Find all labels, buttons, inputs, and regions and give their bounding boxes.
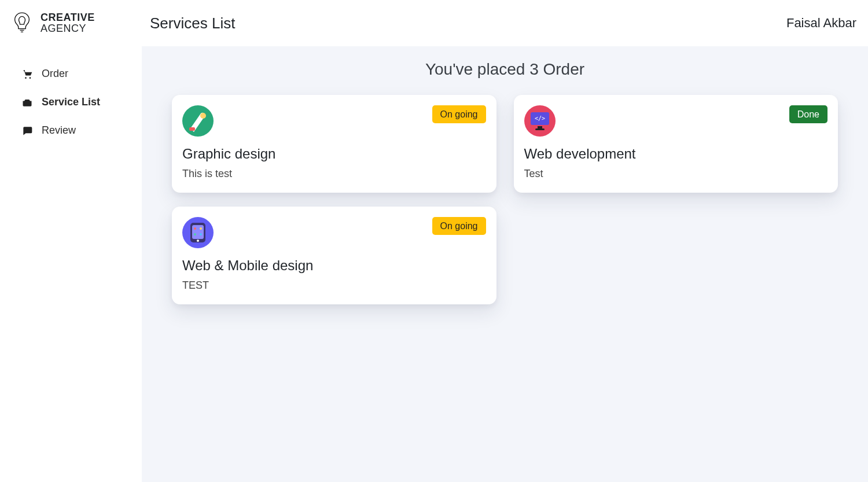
svg-rect-12 <box>192 225 204 239</box>
order-title: Web development <box>524 146 828 162</box>
svg-point-16 <box>194 233 196 236</box>
svg-rect-7 <box>538 126 542 128</box>
content: You've placed 3 Order <box>142 46 868 482</box>
user-name[interactable]: Faisal Akbar <box>786 16 856 31</box>
cart-icon <box>21 68 34 80</box>
order-title: Graphic design <box>182 146 486 162</box>
svg-point-17 <box>200 233 202 236</box>
status-badge: On going <box>432 217 486 235</box>
brand-logo[interactable]: CREATIVE AGENCY <box>9 10 133 36</box>
page-title: Services List <box>150 14 235 32</box>
order-summary: You've placed 3 Order <box>172 60 838 79</box>
chat-icon <box>21 125 34 137</box>
brand-icon <box>9 10 35 36</box>
sidebar-item-service-list[interactable]: Service List <box>21 96 133 108</box>
sidebar-item-review[interactable]: Review <box>21 124 133 137</box>
sidebar-nav: Order Service List Review <box>9 68 133 137</box>
sidebar-item-label: Service List <box>42 96 100 108</box>
order-description: TEST <box>182 279 486 292</box>
sidebar-item-label: Review <box>42 124 76 137</box>
svg-text:</>: </> <box>534 115 545 122</box>
sidebar-item-order[interactable]: Order <box>21 68 133 80</box>
svg-rect-8 <box>535 128 545 130</box>
monitor-code-icon: </> <box>524 105 556 137</box>
sidebar-item-label: Order <box>42 68 68 80</box>
svg-point-4 <box>200 113 206 119</box>
order-description: This is test <box>182 168 486 180</box>
svg-point-0 <box>25 77 27 79</box>
palette-icon <box>182 105 214 137</box>
order-card: On going Web & Mobile design TEST <box>172 207 496 304</box>
svg-point-15 <box>200 227 202 230</box>
svg-point-13 <box>197 240 199 242</box>
brand-text: CREATIVE AGENCY <box>41 12 95 34</box>
order-card: On going Graphic design This is test <box>172 95 496 193</box>
status-badge: Done <box>789 105 827 123</box>
order-title: Web & Mobile design <box>182 257 486 274</box>
topbar: Services List Faisal Akbar <box>142 0 868 46</box>
toolbox-icon <box>21 97 34 108</box>
sidebar: CREATIVE AGENCY Order Service List <box>0 0 142 482</box>
order-card: </> Done Web development Test <box>514 95 838 193</box>
order-cards: On going Graphic design This is test <box>172 95 838 304</box>
mobile-design-icon <box>182 217 214 248</box>
svg-rect-3 <box>189 127 195 131</box>
svg-point-14 <box>194 227 196 230</box>
status-badge: On going <box>432 105 486 123</box>
svg-point-1 <box>30 77 31 79</box>
order-description: Test <box>524 168 828 180</box>
